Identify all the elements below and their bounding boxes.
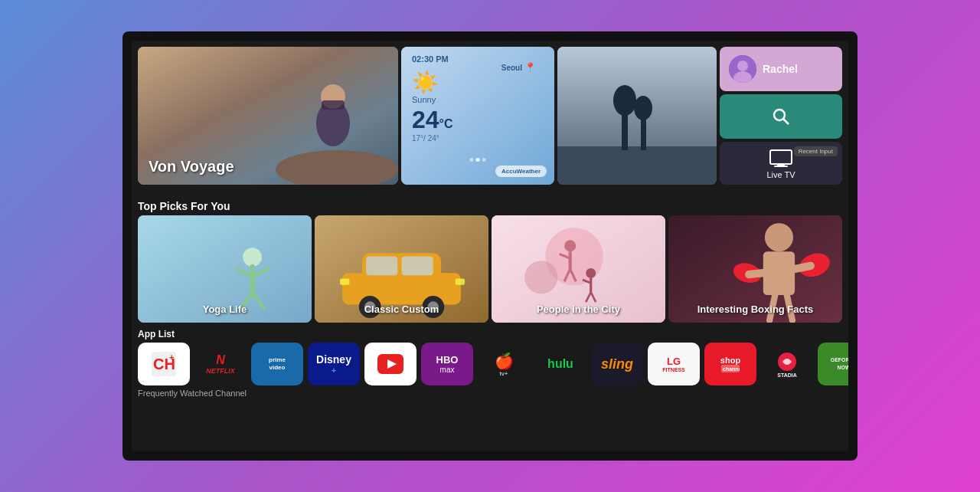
weather-location: Seoul 📍 bbox=[501, 62, 536, 73]
frequently-watched-header: Frequently Watched Channel bbox=[132, 385, 848, 399]
dot-1 bbox=[470, 158, 474, 162]
pick-label-boxing: Interesting Boxing Facts bbox=[668, 303, 842, 315]
search-card[interactable] bbox=[720, 94, 842, 139]
ch-logo: CH + bbox=[149, 349, 178, 379]
avatar bbox=[729, 55, 756, 83]
profile-card[interactable]: Rachel bbox=[720, 47, 842, 91]
dot-3 bbox=[482, 158, 486, 162]
svg-point-46 bbox=[586, 268, 596, 278]
app-icon-lgfitness[interactable]: LG FITNESS bbox=[648, 343, 700, 385]
stadia-icon bbox=[776, 351, 798, 372]
weather-time: 02:30 PM bbox=[412, 54, 449, 64]
landscape-card[interactable] bbox=[557, 47, 717, 185]
weather-card[interactable]: 02:30 PM Seoul 📍 ☀️ Sunny 24°C 17°/ 24° bbox=[401, 47, 554, 185]
appletv-label: tv+ bbox=[500, 370, 508, 377]
pick-card-boxing[interactable]: Interesting Boxing Facts bbox=[668, 215, 842, 323]
prime-label: primevideo bbox=[269, 356, 286, 372]
app-icon-appletv[interactable]: 🍎 tv+ bbox=[478, 343, 530, 385]
app-icon-hbomax[interactable]: HBO max bbox=[421, 343, 473, 385]
search-icon bbox=[772, 107, 790, 126]
svg-point-21 bbox=[243, 248, 262, 267]
weather-section: 02:30 PM Seoul 📍 ☀️ Sunny 24°C 17°/ 24° bbox=[401, 47, 717, 191]
picks-row: Yoga Life bbox=[132, 215, 848, 323]
app-row: CH + N NETFLIX primevideo Disney + bbox=[132, 343, 848, 385]
top-section: Von Voyage bbox=[132, 41, 848, 194]
hero-title: Von Voyage bbox=[149, 158, 234, 175]
svg-point-13 bbox=[737, 61, 748, 71]
disney-label: Disney bbox=[316, 353, 351, 366]
shop-label: shop bbox=[720, 356, 740, 365]
app-icon-shopch[interactable]: shop channel bbox=[704, 343, 756, 385]
svg-point-15 bbox=[774, 110, 785, 120]
svg-rect-31 bbox=[402, 256, 433, 275]
apple-icon: 🍎 bbox=[495, 352, 514, 370]
pick-label-yoga: Yoga Life bbox=[138, 303, 312, 315]
app-icon-ch[interactable]: CH + bbox=[138, 343, 190, 385]
hbomax-label: HBO bbox=[436, 354, 459, 366]
top-picks-header: Top Picks For You bbox=[132, 194, 848, 215]
dot-2 bbox=[476, 158, 480, 162]
svg-text:channel: channel bbox=[723, 366, 740, 372]
geforce-label: GEFORCENOW bbox=[831, 356, 848, 372]
svg-point-41 bbox=[564, 240, 576, 251]
hbomax-max: max bbox=[440, 366, 455, 374]
accuweather-button[interactable]: AccuWeather bbox=[495, 166, 547, 177]
weather-icon: ☀️ bbox=[412, 70, 544, 95]
svg-rect-30 bbox=[366, 256, 397, 275]
weather-range: 17°/ 24° bbox=[412, 134, 544, 143]
svg-text:+: + bbox=[169, 353, 174, 362]
svg-rect-36 bbox=[456, 278, 465, 284]
lg-label: LG bbox=[667, 356, 681, 367]
pick-card-city[interactable]: People in the City bbox=[492, 215, 665, 323]
svg-rect-7 bbox=[557, 146, 717, 185]
svg-point-52 bbox=[765, 223, 793, 251]
tv-content: Von Voyage bbox=[132, 41, 848, 451]
live-tv-label: Live TV bbox=[766, 170, 795, 179]
shop-icon: channel bbox=[721, 365, 740, 372]
recent-input-badge: Recent Input bbox=[794, 146, 838, 156]
netflix-label: NETFLIX bbox=[206, 367, 235, 375]
weather-temp: 24°C bbox=[412, 106, 544, 134]
svg-rect-19 bbox=[774, 166, 788, 167]
hulu-label: hulu bbox=[547, 357, 573, 371]
svg-point-11 bbox=[634, 96, 652, 120]
app-icon-prime[interactable]: primevideo bbox=[251, 343, 303, 385]
live-tv-card[interactable]: Recent Input Live TV bbox=[720, 142, 842, 185]
hero-card[interactable]: Von Voyage bbox=[138, 47, 398, 185]
pick-card-yoga[interactable]: Yoga Life bbox=[138, 215, 312, 323]
pick-label-city: People in the City bbox=[492, 303, 665, 315]
tv-frame: Von Voyage bbox=[122, 31, 858, 461]
app-icon-stadia[interactable]: STADIA bbox=[761, 343, 813, 385]
pick-card-classic[interactable]: Classic Custom bbox=[315, 215, 488, 323]
svg-line-16 bbox=[783, 119, 789, 124]
profile-search-section: Rachel Recent Input Live TV bbox=[720, 47, 842, 185]
app-icon-geforcenow[interactable]: GEFORCENOW bbox=[818, 343, 848, 385]
svg-rect-53 bbox=[763, 251, 795, 295]
app-icon-disney[interactable]: Disney + bbox=[308, 343, 360, 385]
disney-plus: + bbox=[332, 366, 336, 375]
app-icon-youtube[interactable] bbox=[364, 343, 416, 385]
youtube-icon bbox=[377, 353, 404, 375]
weather-dots bbox=[470, 158, 486, 162]
live-tv-icon bbox=[769, 147, 793, 167]
app-list-header: App List bbox=[132, 323, 848, 343]
stadia-label: STADIA bbox=[777, 372, 797, 378]
svg-rect-10 bbox=[641, 116, 646, 150]
location-pin-icon: 📍 bbox=[524, 62, 536, 73]
sling-label: sling bbox=[601, 356, 633, 372]
netflix-text: N bbox=[216, 353, 225, 367]
svg-point-9 bbox=[613, 85, 636, 116]
app-icon-netflix[interactable]: N NETFLIX bbox=[194, 343, 247, 385]
svg-rect-17 bbox=[770, 150, 792, 164]
app-icon-hulu[interactable]: hulu bbox=[534, 343, 586, 385]
svg-rect-4 bbox=[322, 100, 345, 110]
app-icon-sling[interactable]: sling bbox=[591, 343, 643, 385]
svg-line-56 bbox=[749, 273, 763, 274]
fitness-label: FITNESS bbox=[662, 367, 685, 372]
weather-condition: Sunny bbox=[412, 95, 544, 104]
profile-name: Rachel bbox=[763, 63, 798, 75]
svg-line-57 bbox=[795, 266, 811, 269]
svg-point-40 bbox=[524, 261, 557, 294]
pick-label-classic: Classic Custom bbox=[315, 303, 488, 315]
svg-rect-37 bbox=[340, 278, 349, 284]
